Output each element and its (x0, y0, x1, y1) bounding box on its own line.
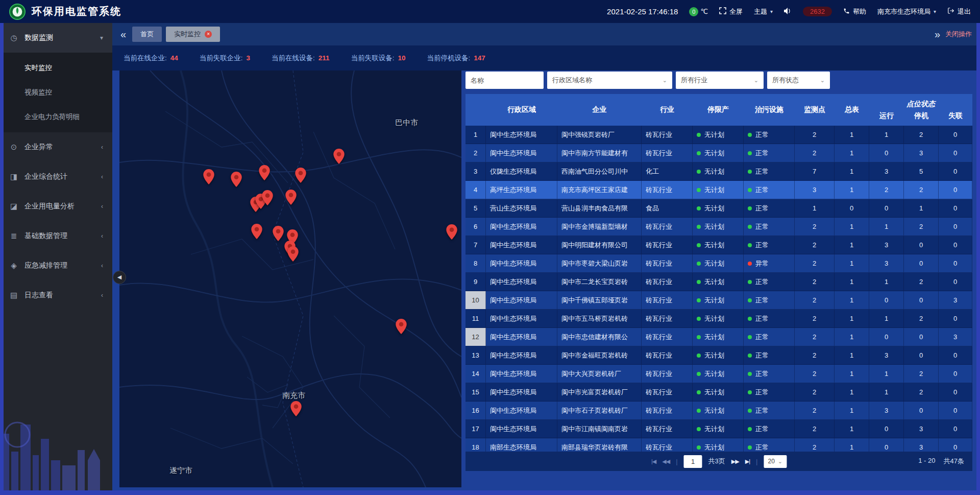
sidebar-group-power-analysis[interactable]: ◪企业用电量分析‹ (0, 192, 112, 221)
frame-accent-right (976, 23, 980, 495)
map-pin[interactable] (333, 149, 345, 164)
table-row[interactable]: 16阆中生态环境局阆中市石子页岩机砖厂砖瓦行业无计划正常21300 (465, 402, 972, 420)
map-pin[interactable] (396, 319, 407, 334)
map-pin[interactable] (203, 169, 214, 184)
map[interactable]: 巴中市南充市遂宁市 ◀ (119, 70, 461, 487)
table-row[interactable]: 12阆中生态环境局阆中市忠信建材有限公砖瓦行业无计划正常21003 (465, 328, 972, 346)
plan-text: 无计划 (704, 314, 724, 323)
notice-count-badge[interactable]: 2632 (803, 7, 832, 16)
cell-company: 阆中市二龙长宝页岩砖 (557, 273, 642, 291)
table-row[interactable]: 10阆中生态环境局阆中千佛镇五郎垭页岩砖瓦行业无计划正常21003 (465, 291, 972, 310)
cell-index: 1 (465, 126, 486, 144)
region-filter-select[interactable]: 行政区域名称 ⌄ (547, 72, 672, 89)
page-size-select[interactable]: 20 ⌄ (764, 455, 787, 468)
table-row[interactable]: 15阆中生态环境局阆中市光富页岩机砖厂砖瓦行业无计划正常21120 (465, 383, 972, 402)
map-pin[interactable] (231, 172, 242, 187)
cell-plan: 无计划 (693, 383, 744, 401)
table-row[interactable]: 3仪陇生态环境局西南油气田分公司川中化工无计划正常71350 (465, 162, 972, 181)
sidebar-item-video-monitor[interactable]: 视频监控 (0, 80, 112, 105)
cell-industry: 砖瓦行业 (642, 236, 693, 254)
name-filter-input[interactable] (465, 72, 544, 89)
page-range-label: 1 - 20 (918, 457, 935, 466)
status-filter-select[interactable]: 所有状态 ⌄ (767, 72, 830, 89)
table-row[interactable]: 13阆中生态环境局阆中市金福旺页岩机砖砖瓦行业无计划正常21300 (465, 346, 972, 365)
plan-text: 无计划 (704, 333, 724, 342)
page-number-input[interactable] (684, 455, 702, 468)
table-row[interactable]: 1阆中生态环境局阆中强锐页岩砖厂砖瓦行业无计划正常21120 (465, 126, 972, 144)
sidebar-group-base-data[interactable]: ≣基础数据管理‹ (0, 221, 112, 251)
table-row[interactable]: 8阆中生态环境局阆中市枣碧大梁山页岩砖瓦行业无计划异常21300 (465, 254, 972, 273)
map-pin[interactable] (446, 224, 457, 240)
sidebar-item-power-load-detail[interactable]: 企业电力负荷明细 (0, 105, 112, 129)
stat-label: 当前失联设备: (351, 54, 395, 63)
last-page-icon[interactable]: ▶| (745, 458, 750, 465)
sidebar-item-realtime-monitor[interactable]: 实时监控 (0, 56, 112, 80)
table-row[interactable]: 11阆中生态环境局阆中市五马桥页岩机砖砖瓦行业无计划正常21120 (465, 310, 972, 328)
table-row[interactable]: 5营山生态环境局营山县润丰肉食品有限食品无计划正常10010 (465, 199, 972, 218)
table-row[interactable]: 4高坪生态环境局南充市高坪区王家店建砖瓦行业无计划正常31220 (465, 181, 972, 199)
map-pin[interactable] (262, 190, 273, 205)
header-col-2: 行业 (642, 94, 693, 126)
sidebar-group-emergency-reduction[interactable]: ◈应急减排管理‹ (0, 251, 112, 280)
close-operations-button[interactable]: » 关闭操作 (935, 29, 972, 39)
org-dropdown[interactable]: 南充市生态环境局 ▾ (877, 7, 936, 16)
prev-page-icon[interactable]: ◀◀ (662, 458, 670, 465)
tab-home[interactable]: 首页 (132, 27, 162, 42)
facility-text: 正常 (755, 185, 769, 195)
stat-value: 3 (247, 54, 251, 62)
status-dot-green (697, 262, 701, 266)
map-pin[interactable] (295, 168, 306, 183)
cell-monitor: 2 (795, 218, 835, 235)
table-row[interactable]: 17阆中生态环境局阆中市江南镇阆南页岩砖瓦行业无计划正常21030 (465, 420, 972, 438)
table-row[interactable]: 9阆中生态环境局阆中市二龙长宝页岩砖砖瓦行业无计划正常21120 (465, 273, 972, 291)
map-pin[interactable] (273, 226, 284, 241)
next-page-icon[interactable]: ▶▶ (731, 458, 739, 465)
cell-meter: 1 (835, 181, 869, 199)
logout-button[interactable]: 退出 (947, 7, 971, 16)
table-row[interactable]: 2阆中生态环境局阆中市南方节能建材有砖瓦行业无计划正常21030 (465, 144, 972, 162)
cell-index: 9 (465, 273, 486, 291)
chevron-down-icon: ⌄ (820, 77, 825, 84)
table-row[interactable]: 18南部生态环境局南部县瑞华页岩砖有限砖瓦行业无计划正常21030 (465, 438, 972, 452)
cell-region: 南部生态环境局 (486, 438, 557, 452)
tabs-back-icon[interactable]: « (120, 29, 126, 39)
volume-button[interactable] (784, 8, 792, 16)
table-row[interactable]: 6阆中生态环境局阆中市金博瑞新型墙材砖瓦行业无计划正常21120 (465, 218, 972, 236)
fullscreen-button[interactable]: 全屏 (719, 7, 743, 16)
close-icon[interactable]: × (205, 31, 212, 38)
header-col-1: 企业 (557, 94, 642, 126)
sidebar-group-data-monitoring[interactable]: ◷数据监测▾ (0, 23, 112, 53)
sidebar-group-log-view[interactable]: ▤日志查看‹ (0, 280, 112, 310)
header-col-6: 总表 (835, 94, 869, 126)
map-collapse-button[interactable]: ◀ (113, 271, 126, 284)
tab-realtime[interactable]: 实时监控× (166, 27, 220, 42)
sidebar-group-enterprise-statistics[interactable]: ◨企业综合统计‹ (0, 162, 112, 192)
cell-facility: 正常 (744, 126, 795, 144)
theme-dropdown[interactable]: 主题 ▾ (754, 7, 773, 16)
stats-list: 当前在线企业:44当前失联企业:3当前在线设备:211当前失联设备:10当前停机… (124, 54, 485, 63)
table-row[interactable]: 7阆中生态环境局阆中明阳建材有限公司砖瓦行业无计划正常21300 (465, 236, 972, 254)
map-pin[interactable] (285, 190, 297, 205)
help-button[interactable]: 帮助 (843, 7, 866, 16)
cell-meter: 1 (835, 420, 869, 438)
cell-company: 阆中强锐页岩砖厂 (557, 126, 642, 144)
plan-text: 无计划 (704, 296, 724, 305)
cell-company: 阆中市江南镇阆南页岩 (557, 420, 642, 438)
sidebar-group-enterprise-abnormal[interactable]: ⊙企业异常‹ (0, 132, 112, 162)
map-pin[interactable] (290, 401, 302, 416)
table-row[interactable]: 14阆中生态环境局阆中大兴页岩机砖厂砖瓦行业无计划正常21120 (465, 365, 972, 383)
map-pin[interactable] (287, 246, 299, 262)
datetime: 2021-02-25 17:46:18 (607, 7, 678, 16)
map-pin[interactable] (251, 224, 262, 239)
cell-lost: 0 (939, 218, 972, 235)
first-page-icon[interactable]: |◀ (651, 458, 656, 465)
pager-divider: | (676, 458, 677, 465)
industry-filter-select[interactable]: 所有行业 ⌄ (676, 72, 764, 89)
map-pin[interactable] (259, 165, 270, 180)
stats-bar: 当前在线企业:44当前失联企业:3当前在线设备:211当前失联设备:10当前停机… (112, 45, 980, 70)
cell-monitor: 2 (795, 420, 835, 438)
emergency-icon: ◈ (9, 261, 18, 270)
cell-region: 营山生态环境局 (486, 199, 557, 217)
frame-accent-left (0, 23, 4, 495)
cell-monitor: 2 (795, 383, 835, 401)
